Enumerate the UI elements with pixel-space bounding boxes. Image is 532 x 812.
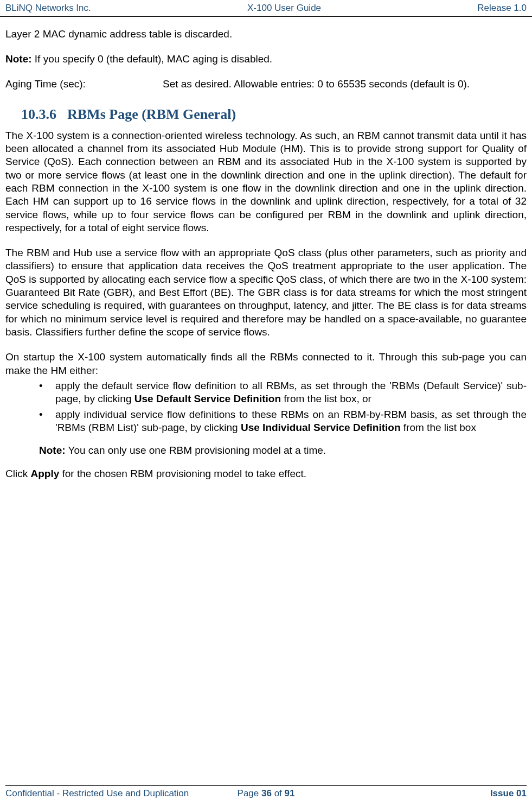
note-1: Note: If you specify 0 (the default), MA… bbox=[5, 53, 527, 66]
bullet-2-post: from the list box bbox=[401, 422, 476, 433]
section-heading: 10.3.6RBMs Page (RBM General) bbox=[21, 106, 527, 123]
list-item: apply individual service flow definition… bbox=[39, 408, 527, 435]
page-header: BLiNQ Networks Inc. X-100 User Guide Rel… bbox=[0, 0, 532, 17]
aging-time-row: Aging Time (sec): Set as desired. Allowa… bbox=[5, 78, 527, 90]
intro-text: Layer 2 MAC dynamic address table is dis… bbox=[5, 28, 527, 41]
page-prefix: Page bbox=[238, 788, 261, 798]
bullet-2-bold: Use Individual Service Definition bbox=[241, 422, 401, 433]
page-mid: of bbox=[272, 788, 285, 798]
aging-time-label: Aging Time (sec): bbox=[5, 78, 163, 90]
section-title: RBMs Page (RBM General) bbox=[67, 106, 236, 122]
paragraph-2: The RBM and Hub use a service flow with … bbox=[5, 246, 527, 339]
bullet-list: apply the default service flow definitio… bbox=[39, 379, 527, 434]
footer-left: Confidential - Restricted Use and Duplic… bbox=[5, 788, 189, 799]
note-1-text: If you specify 0 (the default), MAC agin… bbox=[32, 53, 273, 65]
note-2-text: You can only use one RBM provisioning mo… bbox=[66, 445, 326, 456]
final-post: for the chosen RBM provisioning model to… bbox=[59, 468, 306, 479]
footer-right: Issue 01 bbox=[490, 788, 527, 799]
page-footer: Confidential - Restricted Use and Duplic… bbox=[5, 785, 527, 799]
header-center: X-100 User Guide bbox=[247, 3, 321, 14]
bullet-1-post: from the list box, or bbox=[281, 393, 371, 404]
paragraph-3: On startup the X-100 system automaticall… bbox=[5, 351, 527, 377]
list-item: apply the default service flow definitio… bbox=[39, 379, 527, 406]
section-number: 10.3.6 bbox=[21, 106, 56, 122]
header-right: Release 1.0 bbox=[477, 3, 527, 14]
final-pre: Click bbox=[5, 468, 30, 479]
page-total: 91 bbox=[285, 788, 295, 798]
bullet-1-bold: Use Default Service Definition bbox=[134, 393, 281, 404]
aging-time-value: Set as desired. Allowable entries: 0 to … bbox=[163, 78, 527, 90]
note-2-label: Note: bbox=[39, 445, 66, 456]
note-1-label: Note: bbox=[5, 53, 32, 65]
page-number: 36 bbox=[261, 788, 272, 798]
page-content: Layer 2 MAC dynamic address table is dis… bbox=[0, 17, 532, 480]
final-paragraph: Click Apply for the chosen RBM provision… bbox=[5, 467, 527, 480]
note-2: Note: You can only use one RBM provision… bbox=[39, 444, 527, 457]
header-left: BLiNQ Networks Inc. bbox=[5, 3, 91, 14]
paragraph-1: The X-100 system is a connection-oriente… bbox=[5, 129, 527, 235]
final-bold: Apply bbox=[30, 468, 59, 479]
footer-center: Page 36 of 91 bbox=[238, 788, 295, 799]
